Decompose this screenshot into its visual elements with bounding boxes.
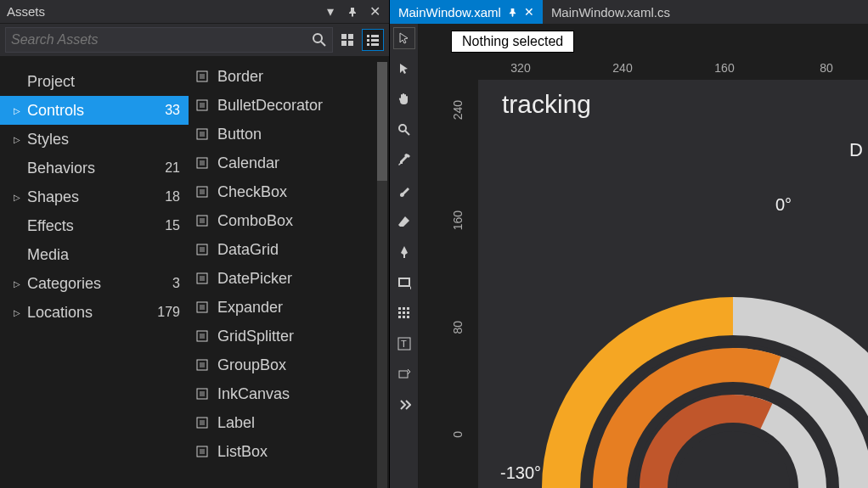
- svg-rect-35: [200, 391, 205, 396]
- ruler-h-label: 240: [612, 61, 632, 75]
- pin-icon[interactable]: [345, 4, 360, 20]
- zoom-tool[interactable]: [393, 119, 415, 141]
- svg-rect-15: [200, 103, 205, 108]
- category-effects[interactable]: Effects15: [0, 211, 189, 240]
- tab-mainwindow-xaml[interactable]: MainWindow.xaml✕: [390, 0, 543, 24]
- category-count: 33: [165, 103, 180, 118]
- asset-item-checkbox[interactable]: CheckBox: [189, 177, 389, 206]
- svg-rect-51: [403, 316, 405, 318]
- grid-tool[interactable]: [393, 302, 415, 324]
- asset-item-expander[interactable]: Expander: [189, 293, 389, 322]
- asset-item-combobox[interactable]: ComboBox: [189, 206, 389, 235]
- asset-item-inkcanvas[interactable]: InkCanvas: [189, 379, 389, 408]
- scroll-thumb[interactable]: [377, 62, 387, 181]
- expand-icon: ▷: [12, 279, 22, 289]
- category-count: 21: [165, 160, 180, 176]
- asset-item-label[interactable]: Label: [189, 408, 389, 437]
- svg-line-1: [321, 42, 325, 46]
- more-tools[interactable]: [393, 394, 415, 416]
- ruler-vertical: 240160800: [454, 83, 471, 488]
- search-input[interactable]: [11, 32, 312, 48]
- category-project[interactable]: Project: [0, 67, 189, 96]
- category-label: Media: [22, 246, 180, 264]
- category-label: Styles: [22, 131, 180, 149]
- item-label: DataGrid: [217, 241, 279, 259]
- category-shapes[interactable]: ▷Shapes18: [0, 182, 189, 211]
- letter-d: D: [849, 139, 863, 161]
- svg-rect-25: [200, 247, 205, 252]
- asset-item-listbox[interactable]: ListBox: [189, 437, 389, 466]
- panel-title: Assets: [7, 4, 316, 19]
- svg-rect-50: [398, 316, 401, 318]
- dropdown-icon[interactable]: ▾: [323, 4, 338, 20]
- asset-item-datepicker[interactable]: DatePicker: [189, 264, 389, 293]
- control-icon: [194, 126, 211, 143]
- pointer-tool[interactable]: [393, 58, 415, 80]
- category-media[interactable]: Media: [0, 240, 189, 269]
- control-icon: [194, 270, 211, 287]
- ruler-v-label: 80: [451, 321, 465, 334]
- asset-item-button[interactable]: Button: [189, 120, 389, 149]
- surface-title: tracking: [502, 90, 591, 119]
- svg-rect-6: [367, 35, 369, 37]
- text-tool[interactable]: T: [393, 333, 415, 355]
- pointer-outline-tool[interactable]: [393, 27, 415, 49]
- grid-view-button[interactable]: [336, 29, 358, 51]
- assets-panel-header: Assets ▾ ✕: [0, 0, 389, 24]
- category-label: Shapes: [22, 188, 165, 206]
- svg-rect-29: [200, 305, 205, 310]
- search-box[interactable]: [5, 27, 333, 53]
- transform-tool[interactable]: [393, 363, 415, 385]
- eyedropper-tool[interactable]: [393, 149, 415, 171]
- svg-rect-9: [371, 39, 379, 42]
- category-count: 15: [165, 218, 180, 233]
- asset-item-datagrid[interactable]: DataGrid: [189, 235, 389, 264]
- expand-icon: ▷: [12, 308, 22, 317]
- svg-rect-46: [407, 307, 409, 310]
- item-label: Border: [217, 68, 263, 86]
- close-icon[interactable]: ✕: [367, 4, 382, 20]
- category-behaviors[interactable]: Behaviors21: [0, 154, 189, 182]
- brush-tool[interactable]: [393, 180, 415, 202]
- asset-item-groupbox[interactable]: GroupBox: [189, 351, 389, 379]
- list-view-button[interactable]: [362, 29, 384, 51]
- category-controls[interactable]: ▷Controls33: [0, 96, 189, 125]
- control-icon: [194, 154, 211, 171]
- pin-icon[interactable]: [508, 8, 517, 17]
- svg-rect-19: [200, 160, 205, 165]
- asset-item-bulletdecorator[interactable]: BulletDecorator: [189, 91, 389, 120]
- asset-item-border[interactable]: Border: [189, 62, 389, 91]
- svg-rect-48: [403, 311, 405, 314]
- pan-tool[interactable]: [393, 88, 415, 110]
- svg-rect-21: [200, 189, 205, 194]
- eraser-tool[interactable]: [393, 210, 415, 233]
- svg-text:▸: ▸: [410, 284, 411, 289]
- category-label: Project: [22, 73, 180, 91]
- category-categories[interactable]: ▷Categories3: [0, 269, 189, 298]
- asset-item-calendar[interactable]: Calendar: [189, 149, 389, 177]
- designer-toolbox: ▸ T: [390, 24, 419, 488]
- tab-label: MainWindow.xaml: [398, 5, 501, 20]
- category-styles[interactable]: ▷Styles: [0, 125, 189, 154]
- close-icon[interactable]: ✕: [524, 5, 534, 19]
- design-surface[interactable]: tracking D 0° -130°: [478, 80, 868, 488]
- svg-rect-27: [200, 276, 205, 281]
- svg-rect-10: [367, 43, 369, 46]
- svg-rect-45: [403, 307, 405, 310]
- svg-rect-52: [407, 316, 409, 318]
- asset-item-gridsplitter[interactable]: GridSplitter: [189, 322, 389, 351]
- svg-rect-3: [348, 34, 353, 39]
- svg-rect-8: [367, 39, 369, 42]
- rectangle-tool[interactable]: ▸: [393, 272, 415, 294]
- scrollbar[interactable]: [377, 62, 387, 488]
- ruler-h-label: 160: [714, 61, 734, 75]
- tab-mainwindow-xaml-cs[interactable]: MainWindow.xaml.cs: [543, 0, 679, 24]
- svg-rect-33: [200, 362, 205, 367]
- category-locations[interactable]: ▷Locations179: [0, 298, 189, 327]
- item-label: Button: [217, 126, 262, 143]
- search-icon[interactable]: [312, 32, 327, 48]
- svg-rect-13: [200, 74, 205, 79]
- ruler-h-label: 80: [820, 61, 833, 75]
- category-count: 179: [157, 305, 180, 320]
- pen-tool[interactable]: [393, 241, 415, 263]
